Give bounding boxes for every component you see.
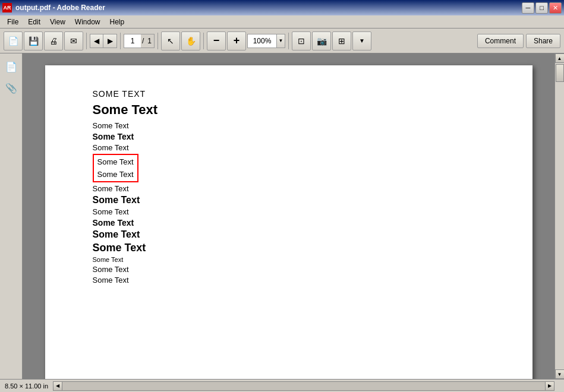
vertical-scrollbar[interactable]: ▲ ▼: [554, 53, 564, 379]
sidebar-clip-icon[interactable]: 📎: [3, 80, 20, 96]
page-input[interactable]: [124, 34, 141, 48]
pdf-page: SOME TEXT Some Text Some Text Some Text …: [45, 65, 533, 379]
maximize-button[interactable]: □: [535, 2, 548, 14]
toolbar-separator-2: [120, 33, 121, 49]
text-line-1: Some Text: [93, 102, 485, 118]
minimize-button[interactable]: ─: [522, 2, 534, 14]
scroll-up-button[interactable]: ▲: [555, 53, 565, 63]
h-scroll-track[interactable]: [62, 381, 545, 391]
page-nav-group: / 1: [124, 34, 155, 48]
app-icon: AR: [2, 3, 12, 12]
window-title: output.pdf - Adobe Reader: [15, 4, 105, 12]
select-button[interactable]: ↖: [161, 31, 180, 50]
zoom-extra-button[interactable]: ⊞: [332, 31, 351, 50]
menu-help[interactable]: Help: [105, 17, 130, 27]
snapshot-button[interactable]: 📷: [312, 31, 331, 50]
text-line-14: Some Text: [93, 265, 485, 274]
menu-file[interactable]: File: [2, 17, 23, 27]
page-icon-btn[interactable]: 📄: [4, 31, 23, 50]
menu-view[interactable]: View: [45, 17, 70, 27]
toolbar-separator-5: [288, 33, 289, 49]
zoom-out-button[interactable]: −: [207, 31, 226, 50]
text-line-10: Some Text: [93, 218, 485, 227]
save-button[interactable]: 💾: [24, 31, 43, 50]
page-total: 1: [145, 37, 154, 45]
comment-button[interactable]: Comment: [477, 34, 524, 48]
text-line-9: Some Text: [93, 207, 485, 216]
scroll-right-button[interactable]: ▶: [545, 381, 554, 391]
text-line-5: Some Text: [97, 157, 134, 166]
text-line-4: Some Text: [93, 143, 485, 152]
text-line-13: Some Text: [93, 256, 485, 263]
close-button[interactable]: ✕: [549, 2, 562, 14]
text-line-11: Some Text: [93, 229, 485, 240]
scroll-thumb[interactable]: [556, 64, 564, 82]
email-button[interactable]: ✉: [64, 31, 83, 50]
text-line-3: Some Text: [93, 132, 485, 141]
title-bar: AR output.pdf - Adobe Reader ─ □ ✕: [0, 0, 564, 15]
toolbar-separator-4: [203, 33, 204, 49]
toolbar-separator-1: [86, 33, 87, 49]
text-line-6: Some Text: [97, 170, 134, 179]
main-area: 📄 📎 SOME TEXT Some Text Some Text Some T…: [0, 53, 564, 379]
toolbar: 📄 💾 🖨 ✉ ◀ ▶ / 1 ↖ ✋ − + ▼ ⊡ 📷 ⊞ ▼ Commen…: [0, 29, 564, 53]
scroll-down-button[interactable]: ▼: [555, 369, 565, 379]
menu-window[interactable]: Window: [70, 17, 105, 27]
nav-back-button[interactable]: ◀: [90, 34, 103, 48]
red-highlight-box: Some Text Some Text: [93, 154, 138, 182]
menu-bar: File Edit View Window Help: [0, 15, 564, 29]
left-sidebar: 📄 📎: [0, 53, 23, 379]
sidebar-page-icon[interactable]: 📄: [3, 58, 20, 75]
text-line-0: SOME TEXT: [93, 89, 485, 99]
zoom-group: ▼: [247, 34, 285, 48]
scroll-left-button[interactable]: ◀: [53, 381, 62, 391]
zoom-extra-btn2[interactable]: ▼: [352, 31, 371, 50]
toolbar-separator-3: [157, 33, 158, 49]
text-line-2: Some Text: [93, 121, 485, 130]
nav-forward-button[interactable]: ▶: [103, 34, 116, 48]
print-button[interactable]: 🖨: [44, 31, 63, 50]
text-line-7: Some Text: [93, 184, 485, 193]
status-bar: 8.50 × 11.00 in ◀ ▶: [0, 379, 564, 392]
zoom-dropdown-button[interactable]: ▼: [276, 34, 285, 48]
text-line-8: Some Text: [93, 195, 485, 206]
fit-page-button[interactable]: ⊡: [292, 31, 311, 50]
zoom-input[interactable]: [248, 34, 276, 48]
page-separator: /: [141, 37, 145, 45]
text-line-15: Some Text: [93, 276, 485, 284]
hand-button[interactable]: ✋: [181, 31, 200, 50]
menu-edit[interactable]: Edit: [23, 17, 45, 27]
nav-back-group: ◀ ▶: [90, 34, 117, 48]
status-dimensions: 8.50 × 11.00 in: [5, 382, 48, 390]
text-line-12: Some Text: [93, 242, 485, 254]
toolbar-right: Comment Share: [477, 34, 560, 48]
share-button[interactable]: Share: [526, 34, 560, 48]
horizontal-scrollbar[interactable]: ◀ ▶: [53, 381, 554, 391]
document-area[interactable]: SOME TEXT Some Text Some Text Some Text …: [23, 53, 554, 379]
window-controls: ─ □ ✕: [522, 2, 562, 14]
zoom-in-button[interactable]: +: [227, 31, 246, 50]
